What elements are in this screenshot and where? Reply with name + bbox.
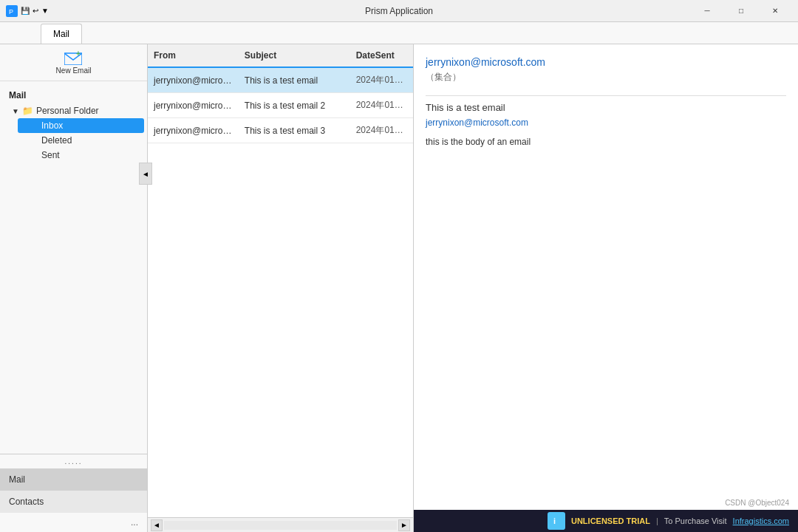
infragistics-link[interactable]: Infragistics.com <box>733 516 789 525</box>
title-bar: P 💾 ↩ ▼ Prism Application ─ □ ✕ <box>0 0 798 22</box>
new-email-button[interactable]: + New Email <box>0 44 147 81</box>
left-panel: + New Email Mail ▼ 📁 Personal Folder Inb… <box>0 44 148 532</box>
col-from[interactable]: From <box>148 47 239 64</box>
dropdown-arrow[interactable]: ▼ <box>41 7 49 15</box>
purchase-text: To Purchase Visit <box>664 516 727 525</box>
sent-item[interactable]: Sent <box>18 148 144 163</box>
scroll-track[interactable] <box>164 521 397 530</box>
preview-sender-email: jerrynixon@microsoft.com <box>426 56 786 68</box>
email-from-1: jerrynixon@microsof <box>148 96 239 115</box>
email-preview-panel: jerrynixon@microsoft.com （集合） This is a … <box>414 44 798 532</box>
minimize-button[interactable]: ─ <box>690 0 724 22</box>
window-title: Prism Application <box>365 6 433 16</box>
svg-text:P: P <box>9 8 13 16</box>
new-email-label: New Email <box>56 66 92 75</box>
email-list-header: From Subject DateSent <box>148 44 413 68</box>
deleted-item[interactable]: Deleted <box>18 133 144 148</box>
collapse-button[interactable]: ◄ <box>139 163 152 185</box>
email-subject-1: This is a test email 2 <box>239 96 350 115</box>
undo-icon[interactable]: ↩ <box>33 7 38 15</box>
quick-save-icon[interactable]: 💾 <box>21 7 30 15</box>
folder-icon: 📁 <box>22 106 33 116</box>
title-bar-left: P 💾 ↩ ▼ <box>6 5 49 17</box>
scroll-left-button[interactable]: ◄ <box>151 519 163 531</box>
sent-label: Sent <box>41 150 60 160</box>
mail-section-title: Mail <box>3 87 144 103</box>
email-date-0: 2024年01月30日 <box>350 69 413 91</box>
svg-rect-4 <box>550 514 563 528</box>
nav-more-button[interactable]: ... <box>0 513 147 532</box>
nav-dots[interactable]: ..... <box>0 454 147 468</box>
svg-text:+: + <box>76 50 81 58</box>
deleted-label: Deleted <box>41 135 72 146</box>
expand-arrow: ▼ <box>12 107 19 115</box>
unlicensed-banner: i UNLICENSED TRIAL | To Purchase Visit I… <box>414 510 798 532</box>
email-from-2: jerrynixon@microsof <box>148 121 239 140</box>
email-row-2[interactable]: jerrynixon@microsof This is a test email… <box>148 118 413 143</box>
email-subject-2: This is a test email 3 <box>239 121 350 140</box>
personal-folder-item[interactable]: ▼ 📁 Personal Folder <box>3 103 144 118</box>
preview-subject: This is a test email <box>426 102 786 113</box>
email-row-0[interactable]: jerrynixon@microsof This is a test email… <box>148 68 413 93</box>
window-controls: ─ □ ✕ <box>690 0 792 22</box>
maximize-button[interactable]: □ <box>724 0 758 22</box>
col-subject[interactable]: Subject <box>239 47 350 64</box>
app-body: + New Email Mail ▼ 📁 Personal Folder Inb… <box>0 44 798 532</box>
email-row-1[interactable]: jerrynixon@microsof This is a test email… <box>148 93 413 118</box>
email-list-panel: From Subject DateSent jerrynixon@microso… <box>148 44 414 532</box>
collapse-arrow-icon: ◄ <box>142 170 149 178</box>
preview-body: this is the body of an email <box>426 137 786 147</box>
close-button[interactable]: ✕ <box>758 0 792 22</box>
personal-folder-label: Personal Folder <box>36 106 99 116</box>
col-date[interactable]: DateSent <box>350 47 413 64</box>
tab-bar: Mail <box>0 22 798 44</box>
svg-text:i: i <box>553 516 556 525</box>
email-date-1: 2024年01月29日 <box>350 95 413 116</box>
email-from-0: jerrynixon@microsof <box>148 71 239 90</box>
new-email-icon: + <box>64 50 82 65</box>
preview-divider <box>426 95 786 96</box>
nav-mail-bottom[interactable]: Mail <box>0 468 147 491</box>
nav-contacts-bottom[interactable]: Contacts <box>0 491 147 513</box>
watermark-text: CSDN @Object024 <box>725 499 789 507</box>
banner-divider: | <box>656 516 658 525</box>
unlicensed-label: UNLICENSED TRIAL <box>571 516 650 525</box>
tab-mail[interactable]: Mail <box>41 24 82 44</box>
preview-from-email: jerrynixon@microsoft.com <box>426 117 786 128</box>
inbox-item[interactable]: Inbox <box>18 118 144 133</box>
nav-bottom: ..... Mail Contacts ... <box>0 454 147 532</box>
email-list-footer: ◄ ► <box>148 517 413 532</box>
email-subject-0: This is a test email <box>239 71 350 90</box>
inbox-label: Inbox <box>41 120 63 131</box>
app-icon: P <box>6 5 18 17</box>
preview-tag: （集合） <box>426 71 786 83</box>
email-rows: jerrynixon@microsof This is a test email… <box>148 68 413 517</box>
infragistics-logo: i <box>548 512 565 530</box>
scroll-right-button[interactable]: ► <box>398 519 410 531</box>
email-date-2: 2024年01月25日 <box>350 120 413 141</box>
nav-section: Mail ▼ 📁 Personal Folder Inbox Deleted S… <box>0 81 147 454</box>
